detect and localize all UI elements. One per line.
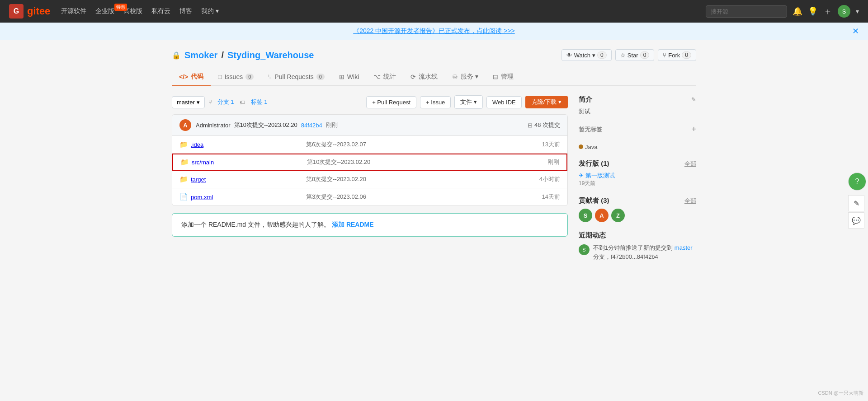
edit-float-button[interactable]: ✎: [848, 195, 864, 211]
pull-request-btn[interactable]: + Pull Request: [366, 96, 416, 108]
release-icon: ✈: [579, 172, 584, 179]
watch-button[interactable]: 👁 Watch ▾ 0: [561, 49, 612, 61]
repo-title: 🔒 Smoker / Styding_Warehouse: [172, 50, 314, 61]
web-ide-btn[interactable]: Web IDE: [486, 96, 522, 108]
watch-count: 0: [597, 51, 607, 59]
lock-icon: 🔒: [172, 51, 181, 60]
branches-link[interactable]: 分支 1: [217, 98, 234, 106]
watch-label: Watch: [574, 52, 590, 59]
sidebar-activity-title: 近期动态: [579, 231, 606, 240]
file-name-pom[interactable]: 📄 pom.xml: [179, 193, 297, 201]
contributor-a[interactable]: A: [595, 209, 609, 222]
user-avatar[interactable]: S: [838, 5, 850, 18]
fork-count: 0: [682, 51, 691, 59]
issues-tab-icon: □: [218, 73, 222, 80]
file-link-src[interactable]: src/main: [192, 159, 214, 166]
tab-wiki[interactable]: ⊞ Wiki: [332, 68, 366, 86]
avatar-dropdown-icon[interactable]: ▾: [856, 8, 859, 15]
logo-text: gitee: [27, 5, 50, 17]
sidebar-intro-edit-icon[interactable]: ✎: [691, 96, 696, 103]
file-time-src: 刚刚: [523, 158, 559, 166]
tab-manage[interactable]: ⊟ 管理: [486, 68, 521, 86]
main-content: master ▾ ⑂ 分支 1 🏷 标签 1 + Pull Request + …: [172, 95, 568, 270]
banner-close-button[interactable]: ✕: [852, 26, 859, 36]
file-name-src[interactable]: 📁 src/main: [180, 158, 298, 166]
tag-icon: 🏷: [240, 99, 245, 106]
file-name-target[interactable]: 📁 target: [179, 175, 297, 183]
nav-mine[interactable]: 我的 ▾: [201, 7, 219, 15]
tags-link[interactable]: 标签 1: [251, 98, 268, 106]
issue-btn[interactable]: + Issue: [420, 96, 451, 108]
question-icon: ?: [855, 177, 859, 186]
sidebar-releases-link[interactable]: 全部: [684, 160, 696, 168]
notification-bell-icon[interactable]: 🔔: [793, 6, 802, 16]
file-link-idea[interactable]: .idea: [191, 141, 203, 148]
repo-name-link[interactable]: Styding_Warehouse: [227, 50, 314, 61]
file-row-pom: 📄 pom.xml 第3次提交--2023.02.06 14天前: [172, 188, 567, 205]
repo-separator: /: [221, 50, 224, 61]
banner-link[interactable]: 《2022 中国开源开发者报告》已正式发布，点此阅读 >>>: [353, 27, 514, 34]
watch-dropdown-icon: ▾: [592, 52, 595, 59]
commit-count-text: 48 次提交: [534, 121, 560, 129]
fork-button[interactable]: ⑂ Fork 0: [658, 49, 696, 61]
tab-pull-requests[interactable]: ⑂ Pull Requests 0: [261, 68, 332, 86]
lightbulb-icon[interactable]: 💡: [808, 6, 818, 16]
lang-tag: Java: [579, 144, 597, 150]
tab-services[interactable]: ♾ 服务 ▾: [445, 68, 486, 86]
tab-issues[interactable]: □ Issues 0: [211, 68, 261, 86]
lang-dot: [579, 145, 583, 149]
activity-item: S 不到1分钟前推送了新的提交到 master 分支，f472b00...84f…: [579, 243, 696, 261]
add-icon[interactable]: ＋: [823, 5, 832, 18]
sidebar-activity-header: 近期动态: [579, 231, 696, 240]
contributor-z[interactable]: Z: [611, 209, 625, 222]
file-icon-pom: 📄: [179, 193, 188, 201]
nav-blog[interactable]: 博客: [179, 7, 192, 15]
file-btn[interactable]: 文件 ▾: [454, 95, 483, 109]
activity-avatar: S: [579, 244, 590, 255]
sidebar-intro-title: 简介: [579, 95, 592, 104]
manage-tab-icon: ⊟: [493, 73, 498, 80]
tab-stats[interactable]: ⌥ 统计: [366, 68, 403, 86]
sidebar-intro: 简介 ✎ 测试: [579, 95, 696, 116]
nav-private-cloud[interactable]: 私有云: [151, 7, 170, 15]
nav-opensource[interactable]: 开源软件: [61, 7, 86, 15]
lang-name: Java: [585, 144, 597, 150]
commit-hash[interactable]: 84f42b4: [301, 122, 322, 129]
sidebar-contributors-link[interactable]: 全部: [684, 197, 696, 205]
help-button[interactable]: ?: [848, 173, 866, 191]
tab-code[interactable]: </> 代码: [172, 68, 211, 86]
activity-branch-link[interactable]: master: [675, 244, 693, 251]
contributor-s[interactable]: S: [579, 209, 592, 222]
sidebar-tags-add-icon[interactable]: +: [691, 125, 696, 134]
branch-info: ⑂ 分支 1 🏷 标签 1: [208, 98, 268, 106]
activity-text: 不到1分钟前推送了新的提交到 master 分支，f472b00...84f42…: [593, 243, 696, 261]
sidebar-contributors-header: 贡献者 (3) 全部: [579, 196, 696, 205]
chat-float-button[interactable]: 💬: [848, 212, 864, 228]
readme-banner: 添加一个 README.md 文件，帮助感兴趣的人了解。 添加 README: [172, 213, 568, 237]
logo[interactable]: G gitee: [9, 4, 50, 19]
repo-owner-link[interactable]: Smoker: [184, 50, 217, 61]
branch-select[interactable]: master ▾: [172, 96, 205, 108]
release-time: 19天前: [579, 180, 696, 187]
clone-btn[interactable]: 克隆/下载 ▾: [525, 96, 568, 108]
sidebar-tags: 暂无标签 +: [579, 125, 696, 134]
nav-enterprise[interactable]: 企业版: [95, 7, 114, 15]
file-time-pom: 14天前: [524, 193, 560, 201]
manage-tab-label: 管理: [501, 73, 514, 81]
stats-tab-label: 统计: [383, 73, 396, 81]
release-name-link[interactable]: 第一版测试: [585, 172, 615, 179]
star-button[interactable]: ☆ Star 0: [615, 49, 655, 61]
stats-tab-icon: ⌥: [373, 73, 381, 80]
edit-float-icon: ✎: [854, 199, 859, 208]
file-link-pom[interactable]: pom.xml: [191, 194, 213, 200]
search-input[interactable]: [706, 5, 787, 18]
contributor-avatars: S A Z: [579, 209, 696, 222]
release-item: ✈ 第一版测试 19天前: [579, 172, 696, 187]
issues-tab-badge: 0: [245, 74, 254, 80]
readme-add-link[interactable]: 添加 README: [332, 221, 374, 229]
commit-avatar: A: [179, 119, 191, 131]
branch-dropdown-icon: ▾: [197, 99, 200, 106]
file-name-idea[interactable]: 📁 .idea: [179, 140, 297, 149]
file-link-target[interactable]: target: [191, 176, 206, 183]
tab-pipeline[interactable]: ⟳ 流水线: [403, 68, 445, 86]
